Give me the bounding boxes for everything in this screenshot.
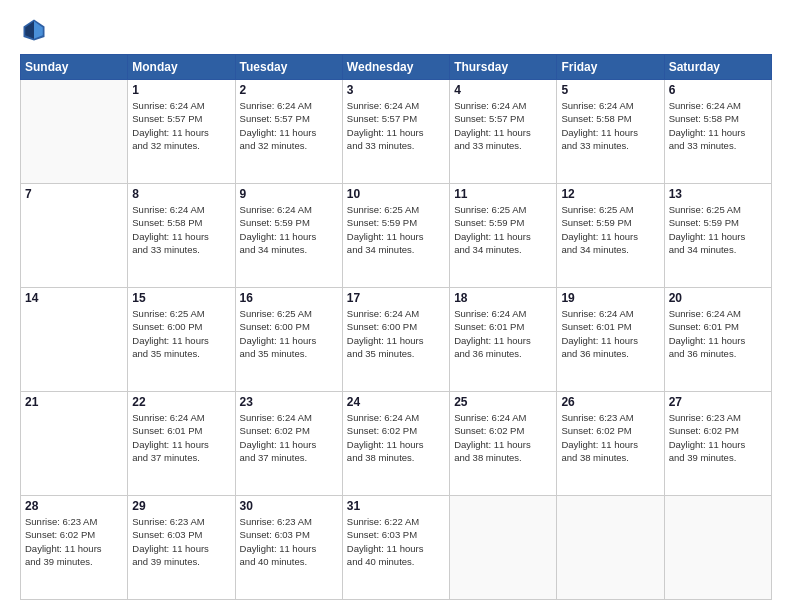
logo — [20, 16, 52, 44]
day-header-saturday: Saturday — [664, 55, 771, 80]
calendar-cell: 3Sunrise: 6:24 AM Sunset: 5:57 PM Daylig… — [342, 80, 449, 184]
day-number: 2 — [240, 83, 338, 97]
calendar-cell: 27Sunrise: 6:23 AM Sunset: 6:02 PM Dayli… — [664, 392, 771, 496]
week-row-1: 1Sunrise: 6:24 AM Sunset: 5:57 PM Daylig… — [21, 80, 772, 184]
day-info: Sunrise: 6:24 AM Sunset: 6:02 PM Dayligh… — [454, 411, 552, 464]
day-info: Sunrise: 6:24 AM Sunset: 5:57 PM Dayligh… — [240, 99, 338, 152]
day-info: Sunrise: 6:24 AM Sunset: 5:57 PM Dayligh… — [454, 99, 552, 152]
day-info: Sunrise: 6:23 AM Sunset: 6:02 PM Dayligh… — [25, 515, 123, 568]
day-number: 30 — [240, 499, 338, 513]
day-info: Sunrise: 6:24 AM Sunset: 5:57 PM Dayligh… — [347, 99, 445, 152]
day-number: 19 — [561, 291, 659, 305]
day-number: 12 — [561, 187, 659, 201]
day-number: 21 — [25, 395, 123, 409]
day-number: 9 — [240, 187, 338, 201]
day-info: Sunrise: 6:25 AM Sunset: 6:00 PM Dayligh… — [132, 307, 230, 360]
calendar-cell: 2Sunrise: 6:24 AM Sunset: 5:57 PM Daylig… — [235, 80, 342, 184]
day-number: 6 — [669, 83, 767, 97]
day-number: 7 — [25, 187, 123, 201]
day-info: Sunrise: 6:25 AM Sunset: 5:59 PM Dayligh… — [454, 203, 552, 256]
day-info: Sunrise: 6:24 AM Sunset: 6:00 PM Dayligh… — [347, 307, 445, 360]
calendar-cell: 16Sunrise: 6:25 AM Sunset: 6:00 PM Dayli… — [235, 288, 342, 392]
day-header-tuesday: Tuesday — [235, 55, 342, 80]
calendar-cell: 28Sunrise: 6:23 AM Sunset: 6:02 PM Dayli… — [21, 496, 128, 600]
day-number: 20 — [669, 291, 767, 305]
calendar-cell: 9Sunrise: 6:24 AM Sunset: 5:59 PM Daylig… — [235, 184, 342, 288]
day-info: Sunrise: 6:25 AM Sunset: 5:59 PM Dayligh… — [669, 203, 767, 256]
day-number: 26 — [561, 395, 659, 409]
calendar-cell: 14 — [21, 288, 128, 392]
calendar-table: SundayMondayTuesdayWednesdayThursdayFrid… — [20, 54, 772, 600]
calendar-cell: 21 — [21, 392, 128, 496]
day-header-sunday: Sunday — [21, 55, 128, 80]
day-number: 16 — [240, 291, 338, 305]
day-header-wednesday: Wednesday — [342, 55, 449, 80]
week-row-2: 78Sunrise: 6:24 AM Sunset: 5:58 PM Dayli… — [21, 184, 772, 288]
calendar-cell: 1Sunrise: 6:24 AM Sunset: 5:57 PM Daylig… — [128, 80, 235, 184]
day-number: 31 — [347, 499, 445, 513]
calendar-cell: 24Sunrise: 6:24 AM Sunset: 6:02 PM Dayli… — [342, 392, 449, 496]
day-number: 15 — [132, 291, 230, 305]
calendar-cell: 22Sunrise: 6:24 AM Sunset: 6:01 PM Dayli… — [128, 392, 235, 496]
day-info: Sunrise: 6:23 AM Sunset: 6:02 PM Dayligh… — [669, 411, 767, 464]
day-header-thursday: Thursday — [450, 55, 557, 80]
day-number: 27 — [669, 395, 767, 409]
calendar-cell — [557, 496, 664, 600]
day-number: 10 — [347, 187, 445, 201]
day-number: 22 — [132, 395, 230, 409]
calendar-cell — [450, 496, 557, 600]
calendar-cell: 13Sunrise: 6:25 AM Sunset: 5:59 PM Dayli… — [664, 184, 771, 288]
calendar-cell: 15Sunrise: 6:25 AM Sunset: 6:00 PM Dayli… — [128, 288, 235, 392]
day-number: 8 — [132, 187, 230, 201]
day-info: Sunrise: 6:24 AM Sunset: 6:01 PM Dayligh… — [561, 307, 659, 360]
day-number: 24 — [347, 395, 445, 409]
day-number: 28 — [25, 499, 123, 513]
week-row-5: 28Sunrise: 6:23 AM Sunset: 6:02 PM Dayli… — [21, 496, 772, 600]
day-info: Sunrise: 6:24 AM Sunset: 5:58 PM Dayligh… — [132, 203, 230, 256]
day-info: Sunrise: 6:22 AM Sunset: 6:03 PM Dayligh… — [347, 515, 445, 568]
week-row-3: 1415Sunrise: 6:25 AM Sunset: 6:00 PM Day… — [21, 288, 772, 392]
day-info: Sunrise: 6:24 AM Sunset: 5:58 PM Dayligh… — [669, 99, 767, 152]
day-info: Sunrise: 6:25 AM Sunset: 5:59 PM Dayligh… — [561, 203, 659, 256]
logo-icon — [20, 16, 48, 44]
calendar-cell: 6Sunrise: 6:24 AM Sunset: 5:58 PM Daylig… — [664, 80, 771, 184]
calendar-cell: 11Sunrise: 6:25 AM Sunset: 5:59 PM Dayli… — [450, 184, 557, 288]
day-info: Sunrise: 6:23 AM Sunset: 6:02 PM Dayligh… — [561, 411, 659, 464]
calendar-cell: 29Sunrise: 6:23 AM Sunset: 6:03 PM Dayli… — [128, 496, 235, 600]
calendar-cell: 10Sunrise: 6:25 AM Sunset: 5:59 PM Dayli… — [342, 184, 449, 288]
day-info: Sunrise: 6:24 AM Sunset: 5:57 PM Dayligh… — [132, 99, 230, 152]
day-number: 25 — [454, 395, 552, 409]
day-info: Sunrise: 6:24 AM Sunset: 6:01 PM Dayligh… — [669, 307, 767, 360]
day-header-friday: Friday — [557, 55, 664, 80]
day-number: 4 — [454, 83, 552, 97]
day-number: 17 — [347, 291, 445, 305]
day-number: 29 — [132, 499, 230, 513]
calendar-cell: 5Sunrise: 6:24 AM Sunset: 5:58 PM Daylig… — [557, 80, 664, 184]
calendar-cell: 23Sunrise: 6:24 AM Sunset: 6:02 PM Dayli… — [235, 392, 342, 496]
day-number: 11 — [454, 187, 552, 201]
day-info: Sunrise: 6:24 AM Sunset: 5:58 PM Dayligh… — [561, 99, 659, 152]
calendar-cell: 19Sunrise: 6:24 AM Sunset: 6:01 PM Dayli… — [557, 288, 664, 392]
calendar-cell: 12Sunrise: 6:25 AM Sunset: 5:59 PM Dayli… — [557, 184, 664, 288]
day-info: Sunrise: 6:24 AM Sunset: 6:01 PM Dayligh… — [454, 307, 552, 360]
day-number: 3 — [347, 83, 445, 97]
calendar-cell — [664, 496, 771, 600]
day-number: 5 — [561, 83, 659, 97]
day-info: Sunrise: 6:23 AM Sunset: 6:03 PM Dayligh… — [132, 515, 230, 568]
day-info: Sunrise: 6:24 AM Sunset: 6:01 PM Dayligh… — [132, 411, 230, 464]
calendar-cell: 31Sunrise: 6:22 AM Sunset: 6:03 PM Dayli… — [342, 496, 449, 600]
calendar-cell — [21, 80, 128, 184]
day-info: Sunrise: 6:24 AM Sunset: 6:02 PM Dayligh… — [240, 411, 338, 464]
calendar-cell: 4Sunrise: 6:24 AM Sunset: 5:57 PM Daylig… — [450, 80, 557, 184]
day-info: Sunrise: 6:25 AM Sunset: 6:00 PM Dayligh… — [240, 307, 338, 360]
day-number: 13 — [669, 187, 767, 201]
day-info: Sunrise: 6:24 AM Sunset: 5:59 PM Dayligh… — [240, 203, 338, 256]
calendar-cell: 7 — [21, 184, 128, 288]
calendar-cell: 26Sunrise: 6:23 AM Sunset: 6:02 PM Dayli… — [557, 392, 664, 496]
page: SundayMondayTuesdayWednesdayThursdayFrid… — [0, 0, 792, 612]
calendar-cell: 18Sunrise: 6:24 AM Sunset: 6:01 PM Dayli… — [450, 288, 557, 392]
day-header-monday: Monday — [128, 55, 235, 80]
day-number: 1 — [132, 83, 230, 97]
day-info: Sunrise: 6:25 AM Sunset: 5:59 PM Dayligh… — [347, 203, 445, 256]
calendar-cell: 8Sunrise: 6:24 AM Sunset: 5:58 PM Daylig… — [128, 184, 235, 288]
